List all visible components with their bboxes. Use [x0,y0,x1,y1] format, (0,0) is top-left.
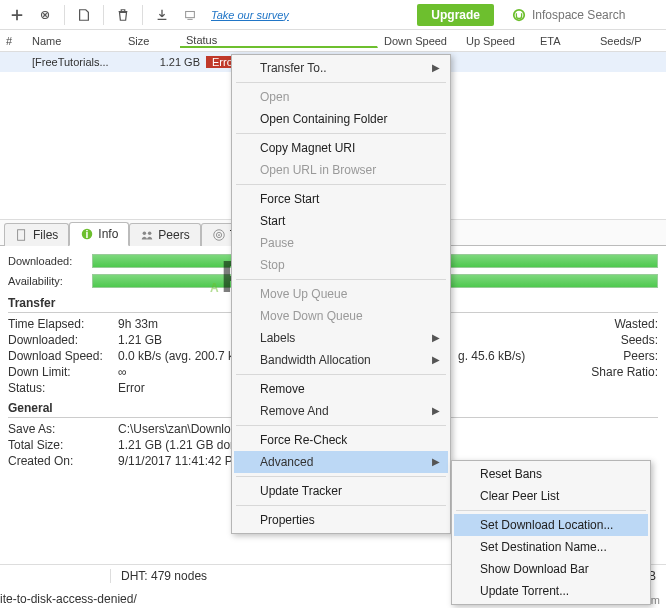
survey-link[interactable]: Take our survey [211,9,289,21]
svg-rect-2 [18,230,25,241]
downloaded-label: Downloaded: [8,255,86,267]
mi-open[interactable]: Open [234,86,448,108]
col-name[interactable]: Name [26,35,122,47]
col-eta[interactable]: ETA [534,35,594,47]
col-down-speed[interactable]: Down Speed [378,35,460,47]
svg-rect-0 [186,11,195,17]
col-num[interactable]: # [0,35,26,47]
url-fragment: ite-to-disk-access-denied/ [0,592,137,606]
mi-bandwidth[interactable]: Bandwidth Allocation▶ [234,349,448,371]
mi-show-download-bar[interactable]: Show Download Bar [454,558,648,580]
tab-info[interactable]: iInfo [69,222,129,246]
mi-set-destination-name[interactable]: Set Destination Name... [454,536,648,558]
advanced-submenu: Reset Bans Clear Peer List Set Download … [451,460,651,605]
context-menu: Transfer To..▶ Open Open Containing Fold… [231,54,451,534]
svg-text:i: i [86,228,89,240]
mi-move-up[interactable]: Move Up Queue [234,283,448,305]
remote-button[interactable] [177,3,203,27]
mi-open-url[interactable]: Open URL in Browser [234,159,448,181]
mi-transfer-to[interactable]: Transfer To..▶ [234,57,448,79]
mi-copy-magnet[interactable]: Copy Magnet URI [234,137,448,159]
mi-reset-bans[interactable]: Reset Bans [454,463,648,485]
mi-open-folder[interactable]: Open Containing Folder [234,108,448,130]
mi-stop[interactable]: Stop [234,254,448,276]
create-torrent-button[interactable] [71,3,97,27]
add-torrent-button[interactable] [4,3,30,27]
mi-labels[interactable]: Labels▶ [234,327,448,349]
mi-remove-and[interactable]: Remove And▶ [234,400,448,422]
row-name: [FreeTutorials... [26,56,148,68]
col-status[interactable]: Status [180,34,378,48]
mi-update-torrent[interactable]: Update Torrent... [454,580,648,602]
mi-force-recheck[interactable]: Force Re-Check [234,429,448,451]
peers-icon [140,228,154,242]
info-icon: i [80,227,94,241]
toolbar: Take our survey Upgrade [0,0,666,30]
svg-point-9 [218,234,220,236]
mi-pause[interactable]: Pause [234,232,448,254]
mi-set-download-location[interactable]: Set Download Location... [454,514,648,536]
search-input[interactable] [532,8,662,22]
utorrent-logo-icon [512,8,526,22]
files-icon [15,228,29,242]
col-size[interactable]: Size [122,35,180,47]
mi-force-start[interactable]: Force Start [234,188,448,210]
tab-files[interactable]: Files [4,223,69,246]
svg-point-5 [143,232,147,236]
col-seeds[interactable]: Seeds/P [594,35,644,47]
dht-status: DHT: 479 nodes [110,569,217,583]
start-download-button[interactable] [149,3,175,27]
column-headers: # Name Size Status Down Speed Up Speed E… [0,30,666,52]
mi-move-down[interactable]: Move Down Queue [234,305,448,327]
upgrade-button[interactable]: Upgrade [417,4,494,26]
mi-clear-peers[interactable]: Clear Peer List [454,485,648,507]
mi-remove[interactable]: Remove [234,378,448,400]
mi-update-tracker[interactable]: Update Tracker [234,480,448,502]
mi-properties[interactable]: Properties [234,509,448,531]
col-up-speed[interactable]: Up Speed [460,35,534,47]
mi-start[interactable]: Start [234,210,448,232]
row-size: 1.21 GB [148,56,206,68]
mi-advanced[interactable]: Advanced▶ [234,451,448,473]
tab-peers[interactable]: Peers [129,223,200,246]
trackers-icon [212,228,226,242]
availability-label: Availability: [8,275,86,287]
add-url-button[interactable] [32,3,58,27]
search-box[interactable] [512,8,662,22]
delete-button[interactable] [110,3,136,27]
svg-point-6 [148,232,152,236]
